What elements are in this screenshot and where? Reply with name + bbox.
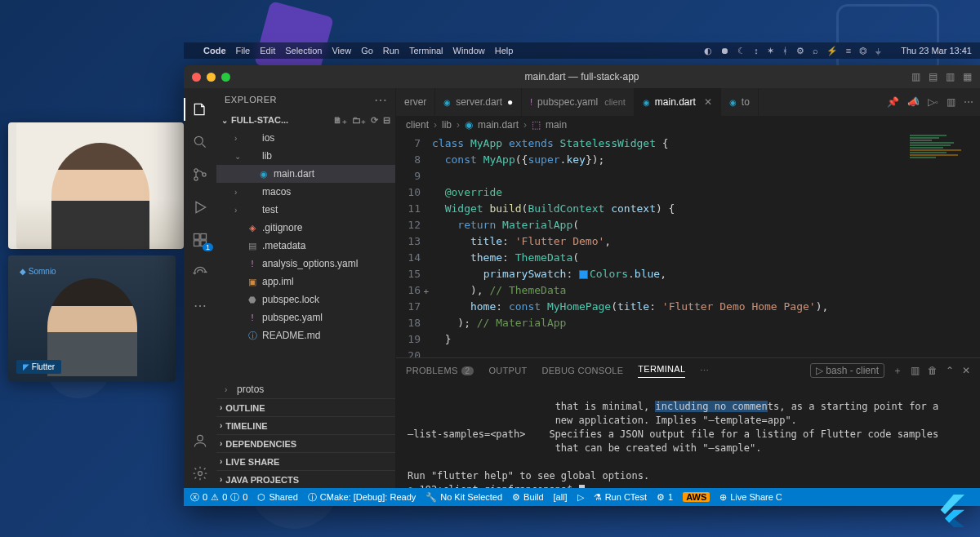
- status-liveshare[interactable]: ⊕ Live Share C: [719, 492, 782, 503]
- menubar-run[interactable]: Run: [383, 46, 399, 55]
- menubar-status-icon[interactable]: ⌕: [813, 46, 818, 55]
- split-editor-icon[interactable]: ▥: [947, 96, 956, 108]
- refresh-icon[interactable]: ⟳: [371, 115, 378, 126]
- minimap[interactable]: [906, 134, 980, 357]
- file-tree-item[interactable]: ›test: [216, 201, 395, 219]
- editor-tab[interactable]: erver: [396, 88, 435, 116]
- file-tree-item[interactable]: ›macos: [216, 183, 395, 201]
- split-terminal-icon[interactable]: ▥: [911, 365, 920, 376]
- activity-overflow-icon[interactable]: ⋯: [184, 291, 216, 320]
- layout-bottom-icon[interactable]: ▤: [929, 71, 938, 82]
- menubar-terminal[interactable]: Terminal: [409, 46, 443, 55]
- activity-run-debug-icon[interactable]: [184, 193, 216, 222]
- layout-left-icon[interactable]: ▥: [911, 71, 920, 82]
- window-controls[interactable]: [192, 73, 230, 82]
- menubar-status-icon[interactable]: ⚡: [826, 46, 838, 56]
- file-tree-item[interactable]: ⬣pubspec.lock: [216, 291, 395, 308]
- menubar-status-icon[interactable]: ☾: [737, 46, 746, 56]
- activity-search-icon[interactable]: [184, 127, 216, 157]
- menubar-status-icon[interactable]: ◐: [704, 46, 712, 56]
- activity-explorer-icon[interactable]: [184, 95, 216, 124]
- pin-tab-icon[interactable]: 📌: [887, 96, 899, 108]
- file-tree-item[interactable]: ⌄lib: [216, 147, 395, 165]
- sidebar-section[interactable]: › DEPENDENCIES: [216, 434, 395, 452]
- panel-tab-problems[interactable]: PROBLEMS2: [406, 366, 474, 375]
- activity-account-icon[interactable]: [184, 426, 216, 455]
- menubar-status-icon[interactable]: ⏣: [859, 46, 867, 56]
- zoom-window-icon[interactable]: [221, 73, 230, 82]
- terminal[interactable]: that is minimal, including no comments, …: [396, 383, 980, 488]
- editor-tab[interactable]: ◉main.dart✕: [635, 88, 721, 116]
- layout-right-icon[interactable]: ▥: [946, 71, 955, 82]
- status-shared[interactable]: ⬡ Shared: [257, 492, 297, 503]
- status-tests[interactable]: ⚙ 1: [657, 492, 673, 503]
- run-icon[interactable]: ▷◦: [928, 96, 938, 108]
- file-tree-item[interactable]: !pubspec.yaml: [216, 308, 395, 326]
- breadcrumb[interactable]: client› lib› ◉main.dart› ⬚main: [396, 116, 980, 134]
- menubar-view[interactable]: View: [332, 46, 351, 55]
- activity-remote-icon[interactable]: [184, 258, 216, 287]
- activity-extensions-icon[interactable]: 1: [184, 225, 216, 255]
- panel-tab-output[interactable]: OUTPUT: [488, 366, 527, 375]
- editor-tab[interactable]: ◉server.dart●: [435, 88, 522, 116]
- terminal-select[interactable]: ▷ bash - client: [810, 363, 884, 378]
- broadcast-icon[interactable]: 📣: [907, 96, 920, 108]
- close-window-icon[interactable]: [192, 73, 201, 82]
- new-file-icon[interactable]: 🗎₊: [333, 115, 347, 126]
- panel-tab-debug-console[interactable]: DEBUG CONSOLE: [541, 366, 623, 375]
- menubar-status-icon[interactable]: ⚙: [796, 46, 804, 56]
- file-tree-item[interactable]: !analysis_options.yaml: [216, 255, 395, 273]
- menubar-selection[interactable]: Selection: [285, 46, 322, 55]
- activity-settings-icon[interactable]: [184, 459, 216, 488]
- status-ctest[interactable]: ⚗ Run CTest: [594, 492, 647, 503]
- editor-tab[interactable]: ◉to: [721, 88, 759, 116]
- sidebar-section[interactable]: › TIMELINE: [216, 416, 395, 434]
- menubar-file[interactable]: File: [236, 46, 251, 55]
- status-target[interactable]: [all]: [554, 492, 568, 502]
- status-cmake[interactable]: ⓘ CMake: [Debug]: Ready: [308, 491, 416, 504]
- activity-source-control-icon[interactable]: [184, 160, 216, 189]
- code-editor[interactable]: 78910111213141516+17181920 class MyApp e…: [396, 134, 980, 357]
- menubar-edit[interactable]: Edit: [260, 46, 275, 55]
- menubar-help[interactable]: Help: [495, 46, 514, 55]
- explorer-more-icon[interactable]: ⋯: [374, 92, 388, 108]
- file-tree-item[interactable]: ◉main.dart: [216, 165, 395, 183]
- tabs-more-icon[interactable]: ⋯: [964, 96, 973, 108]
- layout-grid-icon[interactable]: ▦: [963, 71, 972, 82]
- file-tree[interactable]: ›ios⌄lib◉main.dart›macos›test◈.gitignore…: [216, 129, 395, 380]
- sidebar-section[interactable]: › JAVA PROJECTS: [216, 470, 395, 488]
- menubar-status-icon[interactable]: ⏚: [875, 46, 881, 55]
- menubar-items[interactable]: CodeFileEditSelectionViewGoRunTerminalWi…: [203, 46, 513, 55]
- sidebar-section[interactable]: › LIVE SHARE: [216, 452, 395, 470]
- menubar-status-icon[interactable]: ✶: [767, 46, 774, 56]
- file-tree-item[interactable]: ›protos: [216, 380, 395, 398]
- file-tree-item[interactable]: ›ios: [216, 129, 395, 147]
- menubar-status-icon[interactable]: ⏺: [720, 46, 729, 55]
- file-tree-item[interactable]: ⓘREADME.md: [216, 326, 395, 344]
- menubar-status-icon[interactable]: ↕: [754, 46, 759, 55]
- status-build[interactable]: ⚙ Build: [512, 492, 543, 503]
- panel-tab-terminal[interactable]: TERMINAL: [638, 364, 685, 378]
- project-header[interactable]: ⌄ FULL-STAC... 🗎₊ 🗀₊ ⟳ ⊟: [216, 111, 395, 129]
- kill-terminal-icon[interactable]: 🗑: [928, 365, 938, 376]
- file-tree-item[interactable]: ▣app.iml: [216, 273, 395, 291]
- menubar-window[interactable]: Window: [453, 46, 485, 55]
- menubar-go[interactable]: Go: [361, 46, 373, 55]
- menubar-status-icon[interactable]: ≡: [846, 46, 851, 55]
- menubar-code[interactable]: Code: [203, 46, 226, 55]
- editor-tab[interactable]: !pubspec.yamlclient: [522, 88, 635, 116]
- menubar-status-icon[interactable]: ᚼ: [782, 46, 788, 55]
- status-debug[interactable]: ▷: [577, 492, 584, 503]
- new-terminal-icon[interactable]: ＋: [893, 364, 902, 378]
- new-folder-icon[interactable]: 🗀₊: [352, 115, 366, 126]
- status-kit[interactable]: 🔧 No Kit Selected: [425, 492, 502, 503]
- minimize-window-icon[interactable]: [207, 73, 216, 82]
- file-tree-item[interactable]: ▤.metadata: [216, 237, 395, 255]
- collapse-all-icon[interactable]: ⊟: [383, 115, 390, 126]
- status-aws[interactable]: AWS: [683, 492, 710, 502]
- sidebar-section[interactable]: › OUTLINE: [216, 398, 395, 416]
- status-errors[interactable]: ⓧ 0 ⚠ 0 ⓘ 0: [190, 491, 247, 504]
- panel-maximize-icon[interactable]: ⌃: [946, 365, 954, 376]
- panel-close-icon[interactable]: ✕: [962, 365, 970, 376]
- file-tree-item[interactable]: ◈.gitignore: [216, 219, 395, 237]
